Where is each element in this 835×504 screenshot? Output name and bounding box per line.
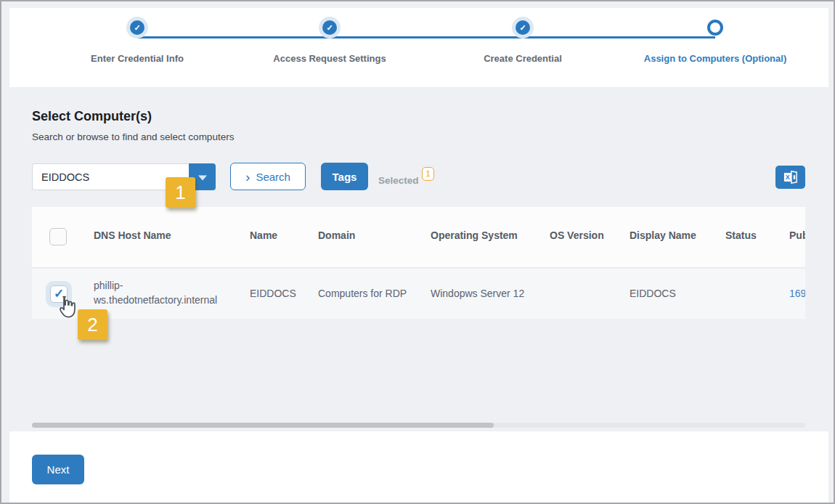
cell-operating-system: Windopws Server 12 [431, 288, 524, 299]
hand-cursor-icon [55, 295, 77, 318]
col-status[interactable]: Status [725, 229, 757, 241]
col-dns-host-name[interactable]: DNS Host Name [94, 229, 171, 241]
annotation-badge-2: 2 [78, 309, 107, 340]
step-access-request-settings[interactable]: ✓ Access Request Settings [243, 8, 417, 64]
col-os-version[interactable]: OS Version [550, 229, 604, 241]
chevron-right-icon: › [245, 170, 250, 184]
step-complete-icon: ✓ [512, 17, 534, 38]
stepper: ✓ Enter Credential Info ✓ Access Request… [9, 8, 828, 87]
step-complete-icon: ✓ [126, 17, 148, 38]
horizontal-scrollbar-track[interactable] [32, 423, 805, 428]
page-subtitle: Search or browse to find and select comp… [32, 131, 234, 142]
col-operating-system[interactable]: Operating System [431, 229, 518, 241]
cell-name: EIDDOCS [250, 288, 296, 299]
step-create-credential[interactable]: ✓ Create Credential [436, 8, 610, 64]
step-complete-icon: ✓ [319, 17, 341, 38]
step-label: Create Credential [436, 53, 610, 64]
col-domain[interactable]: Domain [318, 229, 355, 241]
cell-domain: Computers for RDP [318, 288, 407, 299]
table-row[interactable]: ✓ phillip-ws.thedotnetfactory.internal E… [32, 269, 805, 319]
table-header-row: DNS Host Name Name Domain Operating Syst… [32, 207, 805, 268]
export-to-excel-button[interactable]: X [775, 166, 805, 189]
search-button-label: Search [256, 171, 290, 183]
page-title: Select Computer(s) [32, 109, 152, 124]
computers-table: DNS Host Name Name Domain Operating Syst… [32, 207, 805, 319]
selected-count-badge: 1 [422, 167, 434, 181]
search-button[interactable]: › Search [230, 163, 306, 190]
select-all-checkbox[interactable] [49, 228, 67, 245]
cell-dns-host-name: phillip-ws.thedotnetfactory.internal [94, 278, 246, 307]
step-assign-to-computers[interactable]: Assign to Computers (Optional) [628, 8, 802, 64]
step-label: Assign to Computers (Optional) [628, 53, 802, 64]
svg-text:X: X [785, 174, 789, 181]
tags-button[interactable]: Tags [321, 163, 368, 190]
step-current-icon [707, 20, 723, 36]
horizontal-scrollbar-thumb[interactable] [32, 423, 494, 428]
cell-display-name: EIDDOCS [630, 288, 676, 299]
cell-pub-ip-link[interactable]: 169. [789, 288, 805, 299]
col-pub[interactable]: Pub [789, 229, 805, 241]
step-label: Access Request Settings [243, 53, 417, 64]
col-display-name[interactable]: Display Name [630, 229, 696, 241]
col-name[interactable]: Name [250, 229, 277, 241]
annotation-badge-1: 1 [166, 177, 195, 208]
chevron-down-icon [198, 175, 207, 180]
selected-label: Selected [378, 175, 419, 186]
next-button[interactable]: Next [32, 455, 84, 484]
wizard-window: ✓ Enter Credential Info ✓ Access Request… [0, 0, 835, 504]
footer-bar: Next [9, 431, 828, 504]
step-label: Enter Credential Info [50, 53, 224, 64]
excel-icon: X [783, 170, 799, 184]
step-enter-credential-info[interactable]: ✓ Enter Credential Info [50, 8, 224, 64]
